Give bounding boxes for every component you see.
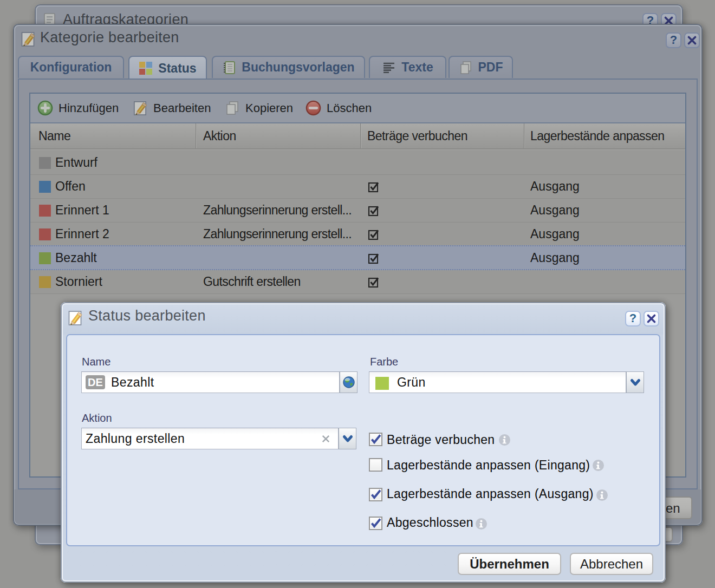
svg-text:?: ? xyxy=(670,34,677,47)
svg-text:?: ? xyxy=(629,312,636,325)
